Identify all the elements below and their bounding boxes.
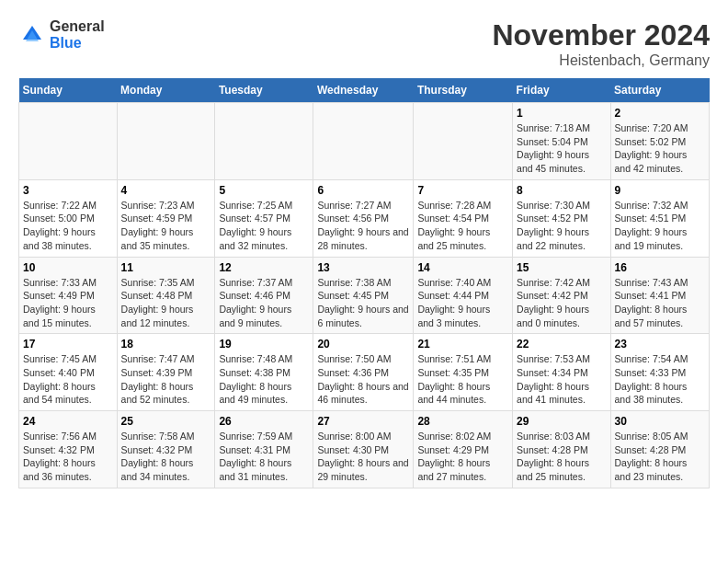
day-info: Sunrise: 7:33 AM Sunset: 4:49 PM Dayligh… [23,276,113,330]
day-info: Sunrise: 7:56 AM Sunset: 4:32 PM Dayligh… [23,430,113,484]
day-info: Sunrise: 7:23 AM Sunset: 4:59 PM Dayligh… [121,199,211,253]
calendar-cell [414,103,513,180]
calendar-cell: 26Sunrise: 7:59 AM Sunset: 4:31 PM Dayli… [215,411,313,488]
logo-general-text: General [50,18,105,35]
page-header: General Blue November 2024 Heistenbach, … [18,18,710,69]
day-info: Sunrise: 7:54 AM Sunset: 4:33 PM Dayligh… [615,352,705,407]
day-number: 28 [417,415,508,428]
calendar-cell [215,103,313,180]
week-row-1: 1Sunrise: 7:18 AM Sunset: 5:04 PM Daylig… [19,103,710,180]
day-header-thursday: Thursday [414,78,513,103]
day-info: Sunrise: 7:40 AM Sunset: 4:44 PM Dayligh… [417,276,508,330]
day-number: 6 [317,184,409,197]
day-number: 23 [615,338,705,350]
week-row-4: 17Sunrise: 7:45 AM Sunset: 4:40 PM Dayli… [19,334,710,411]
day-info: Sunrise: 8:02 AM Sunset: 4:29 PM Dayligh… [417,430,508,484]
day-info: Sunrise: 7:51 AM Sunset: 4:35 PM Dayligh… [417,352,508,407]
day-info: Sunrise: 7:35 AM Sunset: 4:48 PM Dayligh… [121,276,211,330]
day-info: Sunrise: 7:20 AM Sunset: 5:02 PM Dayligh… [615,121,705,176]
calendar-cell [19,103,118,180]
logo: General Blue [18,18,105,51]
day-info: Sunrise: 7:45 AM Sunset: 4:40 PM Dayligh… [23,352,113,407]
logo-blue-text: Blue [50,35,105,52]
day-info: Sunrise: 7:28 AM Sunset: 4:54 PM Dayligh… [417,199,508,253]
day-header-friday: Friday [513,78,610,103]
day-number: 15 [517,261,606,274]
day-number: 11 [121,261,211,274]
day-number: 19 [219,338,309,350]
day-info: Sunrise: 7:32 AM Sunset: 4:51 PM Dayligh… [615,199,705,253]
days-header-row: SundayMondayTuesdayWednesdayThursdayFrid… [19,78,710,103]
day-header-wednesday: Wednesday [313,78,414,103]
day-number: 18 [121,338,211,350]
calendar-cell: 15Sunrise: 7:42 AM Sunset: 4:42 PM Dayli… [513,257,610,334]
calendar-cell: 2Sunrise: 7:20 AM Sunset: 5:02 PM Daylig… [610,103,709,180]
logo-icon [18,21,46,49]
day-number: 27 [317,415,409,428]
calendar-cell: 30Sunrise: 8:05 AM Sunset: 4:28 PM Dayli… [610,411,709,488]
day-number: 10 [23,261,113,274]
calendar-cell: 12Sunrise: 7:37 AM Sunset: 4:46 PM Dayli… [215,257,313,334]
calendar-cell: 24Sunrise: 7:56 AM Sunset: 4:32 PM Dayli… [19,411,118,488]
day-info: Sunrise: 7:53 AM Sunset: 4:34 PM Dayligh… [517,352,606,407]
day-number: 3 [23,184,113,197]
calendar-cell: 28Sunrise: 8:02 AM Sunset: 4:29 PM Dayli… [414,411,513,488]
day-number: 4 [121,184,211,197]
week-row-2: 3Sunrise: 7:22 AM Sunset: 5:00 PM Daylig… [19,179,710,257]
day-info: Sunrise: 7:25 AM Sunset: 4:57 PM Dayligh… [219,199,309,253]
day-number: 13 [317,261,409,274]
location: Heistenbach, Germany [492,52,710,69]
day-number: 20 [317,338,409,350]
calendar-cell: 11Sunrise: 7:35 AM Sunset: 4:48 PM Dayli… [117,257,215,334]
day-number: 17 [23,338,113,350]
calendar-cell: 25Sunrise: 7:58 AM Sunset: 4:32 PM Dayli… [117,411,215,488]
calendar-cell: 1Sunrise: 7:18 AM Sunset: 5:04 PM Daylig… [513,103,610,180]
day-info: Sunrise: 7:58 AM Sunset: 4:32 PM Dayligh… [121,430,211,484]
calendar-cell: 14Sunrise: 7:40 AM Sunset: 4:44 PM Dayli… [414,257,513,334]
day-number: 16 [615,261,705,274]
calendar-cell: 20Sunrise: 7:50 AM Sunset: 4:36 PM Dayli… [313,334,414,411]
day-number: 2 [615,107,705,120]
calendar-cell: 13Sunrise: 7:38 AM Sunset: 4:45 PM Dayli… [313,257,414,334]
day-header-monday: Monday [117,78,215,103]
week-row-5: 24Sunrise: 7:56 AM Sunset: 4:32 PM Dayli… [19,411,710,488]
day-info: Sunrise: 7:50 AM Sunset: 4:36 PM Dayligh… [317,352,409,407]
calendar-cell: 18Sunrise: 7:47 AM Sunset: 4:39 PM Dayli… [117,334,215,411]
day-number: 25 [121,415,211,428]
day-number: 1 [517,107,606,120]
calendar-cell: 9Sunrise: 7:32 AM Sunset: 4:51 PM Daylig… [610,179,709,257]
calendar-cell: 29Sunrise: 8:03 AM Sunset: 4:28 PM Dayli… [513,411,610,488]
calendar-cell: 22Sunrise: 7:53 AM Sunset: 4:34 PM Dayli… [513,334,610,411]
day-number: 9 [615,184,705,197]
day-number: 24 [23,415,113,428]
calendar-cell: 17Sunrise: 7:45 AM Sunset: 4:40 PM Dayli… [19,334,118,411]
day-number: 5 [219,184,309,197]
calendar-table: SundayMondayTuesdayWednesdayThursdayFrid… [18,78,710,488]
calendar-cell: 16Sunrise: 7:43 AM Sunset: 4:41 PM Dayli… [610,257,709,334]
title-area: November 2024 Heistenbach, Germany [492,18,710,69]
day-info: Sunrise: 7:37 AM Sunset: 4:46 PM Dayligh… [219,276,309,330]
day-number: 30 [615,415,705,428]
day-header-sunday: Sunday [19,78,118,103]
day-number: 14 [417,261,508,274]
day-info: Sunrise: 8:05 AM Sunset: 4:28 PM Dayligh… [615,430,705,484]
day-info: Sunrise: 7:30 AM Sunset: 4:52 PM Dayligh… [517,199,606,253]
day-number: 21 [417,338,508,350]
day-number: 8 [517,184,606,197]
day-number: 29 [517,415,606,428]
calendar-cell: 10Sunrise: 7:33 AM Sunset: 4:49 PM Dayli… [19,257,118,334]
day-number: 22 [517,338,606,350]
week-row-3: 10Sunrise: 7:33 AM Sunset: 4:49 PM Dayli… [19,257,710,334]
day-info: Sunrise: 7:38 AM Sunset: 4:45 PM Dayligh… [317,276,409,330]
calendar-cell: 4Sunrise: 7:23 AM Sunset: 4:59 PM Daylig… [117,179,215,257]
day-info: Sunrise: 7:22 AM Sunset: 5:00 PM Dayligh… [23,199,113,253]
day-info: Sunrise: 8:00 AM Sunset: 4:30 PM Dayligh… [317,430,409,484]
month-title: November 2024 [492,18,710,52]
day-info: Sunrise: 7:47 AM Sunset: 4:39 PM Dayligh… [121,352,211,407]
calendar-cell: 19Sunrise: 7:48 AM Sunset: 4:38 PM Dayli… [215,334,313,411]
calendar-cell: 6Sunrise: 7:27 AM Sunset: 4:56 PM Daylig… [313,179,414,257]
day-header-tuesday: Tuesday [215,78,313,103]
calendar-cell: 21Sunrise: 7:51 AM Sunset: 4:35 PM Dayli… [414,334,513,411]
calendar-cell: 8Sunrise: 7:30 AM Sunset: 4:52 PM Daylig… [513,179,610,257]
day-number: 7 [417,184,508,197]
